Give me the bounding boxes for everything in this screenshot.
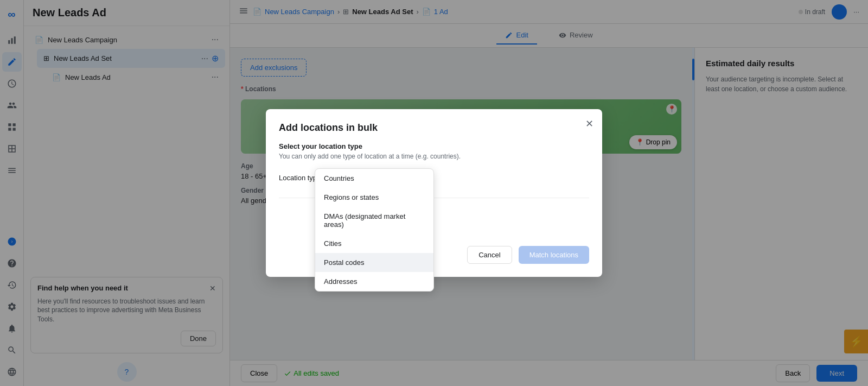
app: ∞ › xyxy=(0,0,868,386)
cancel-button[interactable]: Cancel xyxy=(467,246,512,264)
modal-overlay[interactable]: Add locations in bulk ✕ Select your loca… xyxy=(0,0,868,386)
dropdown-item-countries[interactable]: Countries xyxy=(315,169,433,188)
dropdown-item-addresses[interactable]: Addresses xyxy=(315,272,433,291)
modal-section-title: Select your location type xyxy=(279,142,589,150)
modal-close-button[interactable]: ✕ xyxy=(585,118,593,130)
modal-title: Add locations in bulk xyxy=(279,122,589,134)
location-type-dropdown: Countries Regions or states DMAs (design… xyxy=(315,168,434,292)
match-locations-button[interactable]: Match locations xyxy=(519,246,589,264)
dropdown-item-cities[interactable]: Cities xyxy=(315,234,433,253)
dropdown-item-regions[interactable]: Regions or states xyxy=(315,188,433,207)
modal-section-sub: You can only add one type of location at… xyxy=(279,153,589,160)
dropdown-item-postal[interactable]: Postal codes xyxy=(315,253,433,272)
dropdown-item-dmas[interactable]: DMAs (designated market areas) xyxy=(315,207,433,234)
